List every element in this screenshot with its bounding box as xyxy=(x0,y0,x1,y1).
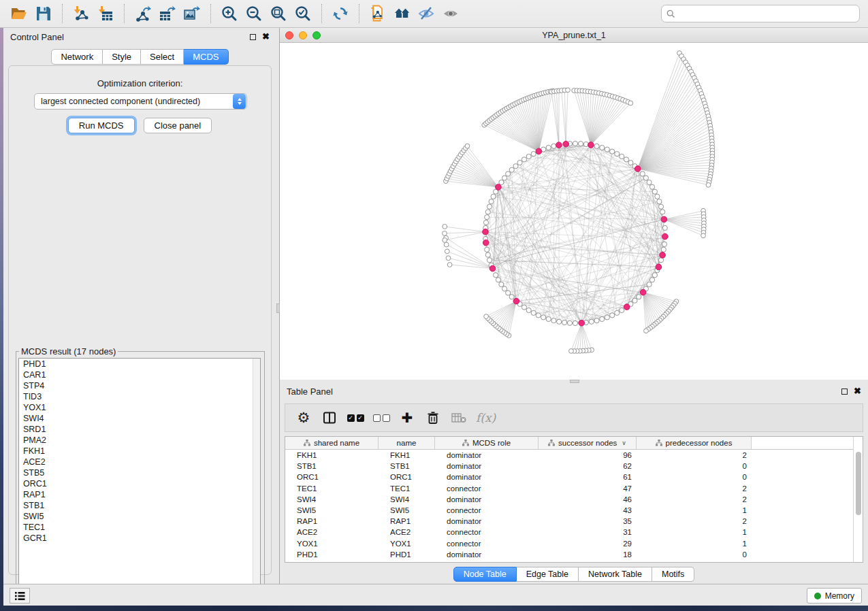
mcds-result-item[interactable]: SWI5 xyxy=(19,511,260,522)
search-box[interactable] xyxy=(661,5,860,22)
export-table-icon[interactable] xyxy=(157,3,178,24)
import-network-icon[interactable] xyxy=(71,3,91,24)
mcds-result-item[interactable]: CAR1 xyxy=(19,369,260,380)
deselect-all-button[interactable] xyxy=(372,408,390,427)
table-scrollbar[interactable] xyxy=(853,437,863,562)
show-panels-button[interactable] xyxy=(10,588,30,604)
select-all-button[interactable]: ✓✓ xyxy=(347,408,364,427)
network-view-window: YPA_prune.txt_1 xyxy=(280,28,868,380)
mcds-result-item[interactable]: STB1 xyxy=(19,500,260,511)
mcds-result-item[interactable]: ORC1 xyxy=(19,478,260,489)
criterion-select[interactable]: largest connected component (undirected) xyxy=(34,93,247,110)
tab-motifs[interactable]: Motifs xyxy=(652,567,694,582)
cell-shared-name: ORC1 xyxy=(285,473,379,481)
mcds-result-item[interactable]: RAP1 xyxy=(19,489,260,500)
table-row[interactable]: SWI5SWI5connector431 xyxy=(285,505,863,516)
mcds-result-item[interactable]: TEC1 xyxy=(19,522,260,533)
export-network-icon[interactable] xyxy=(133,3,153,24)
tab-network[interactable]: Network xyxy=(51,49,103,65)
function-builder-button[interactable]: f(x) xyxy=(476,408,496,427)
table-row[interactable]: TEC1TEC1connector472 xyxy=(285,483,863,494)
network-graph[interactable] xyxy=(280,43,868,380)
mcds-result-item[interactable]: GCR1 xyxy=(19,533,260,544)
table-row[interactable]: RAP1RAP1dominator352 xyxy=(285,516,863,527)
mcds-result-item[interactable]: PHD1 xyxy=(19,359,260,369)
table-row[interactable]: PHD1PHD1dominator180 xyxy=(285,549,863,560)
import-table-icon[interactable] xyxy=(95,3,116,24)
close-panel-icon[interactable]: ✖ xyxy=(262,33,270,40)
table-row[interactable]: STB1STB1dominator620 xyxy=(285,461,863,472)
mcds-result-item[interactable]: FKH1 xyxy=(19,446,260,457)
cell-name: SWI5 xyxy=(379,506,435,514)
mcds-list-scrollbar[interactable] xyxy=(253,359,260,597)
tab-network-table[interactable]: Network Table xyxy=(579,567,652,582)
mcds-result-item[interactable]: TID3 xyxy=(19,391,260,402)
toolbar-separator xyxy=(62,4,63,23)
mcds-tab-content: Optimization criterion: largest connecte… xyxy=(8,65,272,575)
memory-button[interactable]: Memory xyxy=(807,588,862,604)
add-column-button[interactable]: ✚ xyxy=(398,408,416,427)
hide-eye-icon[interactable] xyxy=(417,3,437,24)
mcds-result-list[interactable]: PHD1CAR1STP4TID3YOX1SWI4SRD1PMA2FKH1ACE2… xyxy=(18,358,261,597)
column-scope-icon xyxy=(548,440,555,446)
column-header-successor-nodes[interactable]: successor nodes∨ xyxy=(539,437,637,449)
cell-MCDS-role: dominator xyxy=(435,495,539,503)
cell-MCDS-role: dominator xyxy=(435,550,539,559)
close-panel-button[interactable]: Close panel xyxy=(144,118,212,133)
close-table-panel-icon[interactable]: ✖ xyxy=(854,388,861,395)
tab-node-table[interactable]: Node Table xyxy=(453,567,517,582)
table-panel-title: Table Panel xyxy=(287,386,333,397)
column-header-shared-name[interactable]: shared name xyxy=(285,437,379,449)
delete-table-button[interactable] xyxy=(450,408,468,427)
zoom-selected-icon[interactable] xyxy=(293,3,313,24)
cell-name: YOX1 xyxy=(379,540,435,548)
column-scope-icon xyxy=(304,440,310,446)
delete-column-button[interactable] xyxy=(424,408,442,427)
network-window-titlebar[interactable]: YPA_prune.txt_1 xyxy=(280,28,868,43)
float-table-panel-icon[interactable] xyxy=(841,389,848,395)
table-scrollbar-thumb[interactable] xyxy=(856,452,861,515)
zoom-in-icon[interactable] xyxy=(219,3,240,24)
tab-edge-table[interactable]: Edge Table xyxy=(517,567,579,582)
zoom-out-icon[interactable] xyxy=(244,3,264,24)
table-row[interactable]: FKH1FKH1dominator962 xyxy=(285,450,863,461)
tab-mcds[interactable]: MCDS xyxy=(184,49,228,65)
export-image-icon[interactable] xyxy=(182,3,202,24)
cell-name: ACE2 xyxy=(379,528,435,536)
table-row[interactable]: ACE2ACE2connector311 xyxy=(285,527,863,538)
table-settings-button[interactable]: ⚙ xyxy=(295,408,312,427)
status-bar: Memory xyxy=(3,584,868,606)
run-mcds-button[interactable]: Run MCDS xyxy=(68,118,135,133)
mcds-result-item[interactable]: STP4 xyxy=(19,380,260,391)
mcds-result-item[interactable]: SWI4 xyxy=(19,413,260,424)
column-header-MCDS-role[interactable]: MCDS role xyxy=(435,437,539,449)
tab-style[interactable]: Style xyxy=(103,49,141,65)
table-panel-tabs: Node TableEdge TableNetwork TableMotifs xyxy=(453,567,695,582)
tab-select[interactable]: Select xyxy=(141,49,184,65)
table-row[interactable]: ORC1ORC1dominator610 xyxy=(285,472,863,482)
refresh-icon[interactable] xyxy=(330,3,351,24)
mcds-result-item[interactable]: YOX1 xyxy=(19,402,260,413)
go-home-icon[interactable] xyxy=(392,3,413,24)
toolbar-separator xyxy=(210,4,211,23)
column-header-predecessor-nodes[interactable]: predecessor nodes xyxy=(637,437,752,449)
zoom-fit-icon[interactable] xyxy=(268,3,289,24)
table-row[interactable]: SWI4SWI4dominator462 xyxy=(285,494,863,505)
column-header-name[interactable]: name xyxy=(379,437,435,449)
open-file-icon[interactable] xyxy=(9,3,29,24)
mcds-result-item[interactable]: PMA2 xyxy=(19,435,260,446)
search-input[interactable] xyxy=(679,9,859,18)
mcds-result-group: MCDS result (17 nodes) PHD1CAR1STP4TID3Y… xyxy=(16,346,265,599)
save-icon[interactable] xyxy=(33,3,54,24)
show-columns-button[interactable] xyxy=(321,408,338,427)
network-canvas[interactable] xyxy=(280,43,868,380)
float-panel-icon[interactable] xyxy=(250,34,256,40)
table-row[interactable]: YOX1YOX1connector291 xyxy=(285,538,863,549)
show-eye-icon[interactable] xyxy=(441,3,462,24)
mcds-result-item[interactable]: SRD1 xyxy=(19,424,260,435)
new-network-from-file-icon[interactable] xyxy=(368,3,388,24)
mcds-result-item[interactable]: STB5 xyxy=(19,467,260,478)
cell-name: STB1 xyxy=(379,462,435,470)
mcds-result-item[interactable]: ACE2 xyxy=(19,457,260,467)
cell-shared-name: RAP1 xyxy=(285,517,379,525)
